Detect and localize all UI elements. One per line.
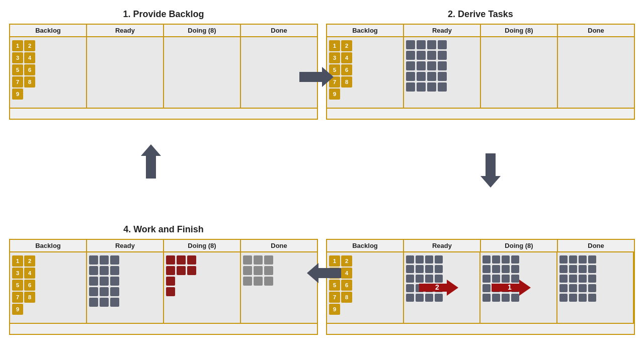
quadrant-derive-tasks: 2. Derive Tasks Backlog Ready Doing (8) … [322, 5, 639, 175]
board-step3-footer [327, 323, 634, 334]
backlog-tiles-1: 1 2 3 4 5 6 7 8 9 [12, 40, 35, 100]
left-arrow-icon [306, 260, 341, 286]
quadrant-work-finish: 4. Work and Finish Backlog Ready Doing (… [5, 175, 322, 345]
col-doing-1: Doing (8) [164, 25, 241, 36]
tile-7: 7 [12, 76, 23, 88]
arrow-q3-to-q1 [138, 143, 164, 181]
step1-title: 1. Provide Backlog [123, 9, 204, 20]
board-step3-body: 1 2 3 4 5 6 7 8 9 [327, 252, 634, 323]
col-done-4: Done [241, 240, 317, 251]
col-doing-3: Doing (8) [481, 240, 558, 251]
board-step1-body: 1 2 3 4 5 6 7 8 9 [10, 37, 317, 108]
svg-marker-7 [141, 144, 161, 179]
backlog-col-2: 1 2 3 4 5 6 7 8 9 [327, 37, 404, 108]
col-backlog-1: Backlog [10, 25, 87, 36]
tile-5: 5 [12, 64, 23, 75]
quadrant-provide-backlog: 1. Provide Backlog Backlog Ready Doing (… [5, 5, 322, 175]
backlog-col-4: 1 2 3 4 5 6 7 8 9 [10, 252, 87, 323]
col-ready-2: Ready [404, 25, 481, 36]
step2-title: 2. Derive Tasks [448, 9, 513, 20]
svg-marker-6 [307, 263, 341, 283]
board-step1-header: Backlog Ready Doing (8) Done [10, 25, 317, 37]
red-arrow-2-icon: 2 [419, 279, 459, 297]
right-arrow-icon [299, 64, 335, 90]
board-step2-body: 1 2 3 4 5 6 7 8 9 [327, 37, 634, 108]
board-step4-body: 1 2 3 4 5 6 7 8 9 [10, 252, 317, 323]
col-ready-4: Ready [87, 240, 164, 251]
tile-3: 3 [12, 52, 23, 63]
arrow-q1-to-q2 [299, 64, 335, 92]
task-tiles-done-4 [243, 255, 273, 286]
svg-text:1: 1 [508, 283, 512, 291]
red-arrow-1-icon: 1 [492, 279, 532, 297]
task-tiles-ready-2 [406, 40, 447, 92]
tile-8: 8 [24, 76, 35, 88]
done-col-3 [557, 252, 634, 323]
col-backlog-4: Backlog [10, 240, 87, 251]
col-done-1: Done [241, 25, 317, 36]
col-ready-3: Ready [404, 240, 481, 251]
board-step4-footer [10, 323, 317, 334]
col-done-3: Done [558, 240, 634, 251]
col-done-2: Done [558, 25, 634, 36]
quadrant-commit: Backlog Ready Doing (8) Done 1 2 3 4 5 6… [322, 175, 639, 345]
board-step2-footer [327, 108, 634, 119]
board-step3: Backlog Ready Doing (8) Done 1 2 3 4 5 6… [326, 239, 635, 335]
doing-col-2 [481, 37, 558, 108]
arrow-q2-to-q4 [478, 153, 503, 191]
up-arrow-icon [138, 143, 164, 179]
down-arrow-icon [478, 153, 503, 189]
backlog-col-1: 1 2 3 4 5 6 7 8 9 [10, 37, 87, 108]
col-doing-2: Doing (8) [481, 25, 558, 36]
ready-col-4 [87, 252, 164, 323]
board-step1: Backlog Ready Doing (8) Done 1 2 3 4 5 6… [9, 24, 318, 120]
board-step2: Backlog Ready Doing (8) Done 1 2 3 4 5 6… [326, 24, 635, 120]
task-tiles-ready-4 [89, 255, 119, 307]
board-step3-header: Backlog Ready Doing (8) Done [327, 240, 634, 252]
tile-6: 6 [24, 64, 35, 75]
task-tiles-doing-4 [166, 255, 196, 296]
doing-col-4 [164, 252, 241, 323]
board-step4-header: Backlog Ready Doing (8) Done [10, 240, 317, 252]
svg-text:2: 2 [435, 283, 439, 291]
tile-2: 2 [24, 40, 35, 51]
svg-marker-5 [480, 153, 501, 188]
col-backlog-3: Backlog [327, 240, 404, 251]
task-tiles-done-3 [559, 255, 596, 302]
col-backlog-2: Backlog [327, 25, 404, 36]
red-arrows-overlay: 2 1 [419, 279, 532, 297]
done-col-2 [558, 37, 634, 108]
board-step4: Backlog Ready Doing (8) Done 1 2 3 4 5 6… [9, 239, 318, 335]
board-step2-header: Backlog Ready Doing (8) Done [327, 25, 634, 37]
tile-4: 4 [24, 52, 35, 63]
backlog-tiles-4: 1 2 3 4 5 6 7 8 9 [12, 255, 35, 315]
ready-col-1 [87, 37, 164, 108]
svg-marker-4 [299, 67, 334, 87]
board-step1-footer [10, 108, 317, 119]
arrow-q4-to-q3 [306, 260, 341, 288]
tile-9: 9 [12, 89, 23, 100]
ready-col-2 [404, 37, 481, 108]
doing-col-1 [164, 37, 241, 108]
step4-title: 4. Work and Finish [123, 224, 204, 235]
col-ready-1: Ready [87, 25, 164, 36]
tile-1: 1 [12, 40, 23, 51]
col-doing-4: Doing (8) [164, 240, 241, 251]
